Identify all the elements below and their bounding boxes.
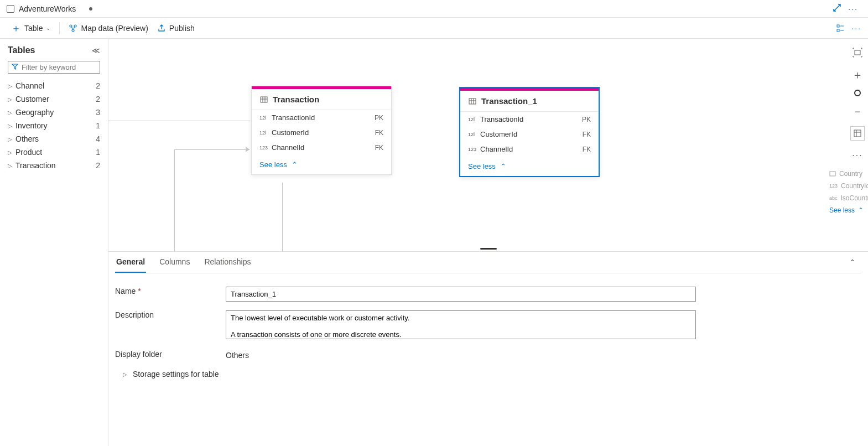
document-icon	[7, 5, 14, 13]
publish-button[interactable]: Publish	[153, 22, 199, 35]
filter-icon	[12, 63, 18, 71]
svg-rect-6	[469, 98, 476, 104]
expand-window-icon[interactable]	[829, 1, 845, 16]
panel-collapse-icon[interactable]: ⌃	[844, 252, 861, 272]
display-folder-value: Others	[226, 350, 696, 361]
column-row[interactable]: 12lTransactionIdPK	[252, 110, 391, 125]
sidebar-item-count: 2	[96, 81, 100, 90]
map-data-button[interactable]: Map data (Preview)	[64, 22, 152, 35]
chevron-right-icon: ▷	[8, 123, 15, 129]
view-options-icon[interactable]	[836, 24, 845, 33]
description-label: Description	[115, 310, 226, 319]
svg-point-2	[72, 29, 74, 32]
sidebar-item-others[interactable]: ▷Others4	[0, 132, 108, 146]
table-card-transaction-1[interactable]: Transaction_1 12lTransactionIdPK12lCusto…	[459, 87, 600, 177]
description-textarea[interactable]	[226, 310, 696, 339]
layout-icon[interactable]	[850, 126, 865, 141]
filter-input[interactable]	[22, 63, 115, 71]
zoom-slider-handle[interactable]	[854, 90, 861, 96]
svg-rect-4	[837, 29, 839, 32]
svg-rect-3	[837, 25, 839, 27]
sidebar-collapse-icon[interactable]: ≪	[92, 46, 100, 55]
sidebar-item-label: Product	[15, 148, 96, 157]
tab-columns[interactable]: Columns	[158, 252, 191, 273]
sidebar-item-transaction[interactable]: ▷Transaction2	[0, 159, 108, 172]
storage-settings-label: Storage settings for table	[133, 370, 219, 378]
column-type-badge: 12l	[468, 132, 480, 137]
table-icon	[468, 97, 477, 106]
canvas[interactable]: Transaction 12lTransactionIdPK12lCustome…	[108, 39, 868, 446]
toolbar: ＋ Table ⌄ Map data (Preview) Publish ···	[0, 18, 868, 39]
dirty-indicator-icon	[89, 7, 92, 11]
name-label: Name *	[115, 287, 226, 295]
document-title: AdventureWorks	[19, 4, 76, 13]
toolbar-more-icon[interactable]: ···	[851, 24, 861, 33]
table-card-transaction[interactable]: Transaction 12lTransactionIdPK12lCustome…	[251, 86, 392, 175]
column-type-badge: 12l	[468, 117, 480, 122]
tab-relationships[interactable]: Relationships	[203, 252, 252, 273]
sidebar-item-customer[interactable]: ▷Customer2	[0, 92, 108, 106]
table-name: Transaction_1	[481, 96, 537, 106]
column-type-badge: 123	[259, 145, 272, 151]
column-row[interactable]: 12lCustomerIdFK	[252, 125, 391, 140]
plus-icon: ＋	[11, 22, 21, 35]
table-icon	[829, 170, 836, 177]
sidebar-item-count: 1	[96, 148, 100, 157]
column-key-badge: FK	[375, 129, 383, 137]
canvas-rail: ＋ － ···	[850, 45, 865, 163]
column-name: CustomerId	[480, 130, 583, 138]
sidebar-item-label: Transaction	[15, 161, 96, 170]
column-key-badge: FK	[375, 144, 383, 152]
column-name: TransactionId	[480, 115, 582, 123]
tab-general[interactable]: General	[115, 252, 146, 273]
more-options-icon[interactable]: ···	[845, 2, 861, 15]
publish-icon	[157, 24, 166, 33]
ghost-table-country[interactable]: Country 123CountryIdabcIsoCountr See les…	[824, 163, 868, 221]
sidebar-item-geography[interactable]: ▷Geography3	[0, 106, 108, 119]
column-type-badge: 123	[468, 147, 480, 152]
column-row[interactable]: 12lCustomerIdFK	[460, 127, 599, 142]
see-less-link[interactable]: See less ⌃	[460, 157, 599, 176]
properties-panel: General Columns Relationships ⌃ Name * D…	[108, 251, 868, 446]
sidebar-item-count: 4	[96, 134, 100, 143]
chevron-right-icon: ▷	[8, 83, 15, 89]
rail-more-icon[interactable]: ···	[850, 148, 865, 163]
column-key-badge: FK	[583, 131, 591, 138]
column-name: TransactionId	[272, 113, 375, 122]
sidebar-item-inventory[interactable]: ▷Inventory1	[0, 119, 108, 132]
storage-settings-toggle[interactable]: ▷ Storage settings for table	[115, 365, 861, 383]
chevron-right-icon: ▷	[8, 136, 15, 142]
ghost-see-less[interactable]: See less ⌃	[829, 204, 868, 216]
chevron-right-icon: ▷	[123, 371, 127, 377]
svg-point-0	[70, 25, 72, 27]
sidebar-item-product[interactable]: ▷Product1	[0, 146, 108, 159]
column-row[interactable]: 12lTransactionIdPK	[460, 112, 599, 127]
column-type-badge: 12l	[259, 130, 272, 136]
filter-input-wrap[interactable]	[8, 61, 100, 74]
zoom-in-icon[interactable]: ＋	[850, 68, 865, 82]
table-button-label: Table	[24, 24, 43, 33]
sidebar-item-channel[interactable]: ▷Channel2	[0, 79, 108, 92]
svg-rect-8	[854, 130, 861, 137]
chevron-up-icon: ⌃	[292, 160, 298, 169]
table-icon	[259, 95, 268, 104]
fit-to-screen-icon[interactable]	[850, 45, 865, 60]
sidebar-item-count: 2	[96, 161, 100, 170]
display-folder-label: Display folder	[115, 350, 226, 359]
map-data-label: Map data (Preview)	[81, 24, 148, 33]
column-key-badge: PK	[582, 116, 591, 123]
panel-resize-handle[interactable]	[480, 248, 497, 250]
column-row[interactable]: 123ChannelIdFK	[252, 140, 391, 155]
new-table-button[interactable]: ＋ Table ⌄	[7, 19, 55, 37]
sidebar-item-label: Inventory	[15, 121, 96, 130]
column-row[interactable]: 123ChannelIdFK	[460, 142, 599, 157]
column-name: ChannelId	[480, 145, 583, 153]
ghost-column-row: 123CountryId	[829, 180, 868, 192]
zoom-out-icon[interactable]: －	[850, 104, 865, 118]
sidebar-item-label: Customer	[15, 95, 96, 103]
name-input[interactable]	[226, 287, 696, 302]
sidebar-item-label: Geography	[15, 108, 96, 117]
chevron-down-icon: ⌄	[46, 25, 50, 31]
svg-rect-5	[261, 97, 267, 102]
see-less-link[interactable]: See less ⌃	[252, 155, 391, 174]
